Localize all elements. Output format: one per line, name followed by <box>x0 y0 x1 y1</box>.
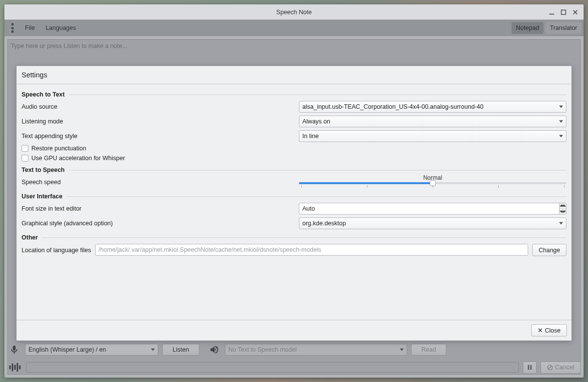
graphical-style-label: Graphical style (advanced option) <box>22 220 299 227</box>
svg-rect-0 <box>549 14 554 15</box>
section-stt: Speech to Text <box>22 91 65 98</box>
change-button[interactable]: Change <box>532 244 566 256</box>
lang-files-path: /home/jack/.var/app/net.mkiol.SpeechNote… <box>98 246 321 253</box>
minimize-icon[interactable] <box>548 9 555 16</box>
chevron-down-icon <box>559 120 563 123</box>
append-style-select[interactable]: In line <box>299 130 566 142</box>
audio-source-label: Audio source <box>22 103 299 110</box>
restore-punctuation-label: Restore punctuation <box>31 145 86 152</box>
chevron-down-icon <box>559 222 563 225</box>
close-x-icon: ✕ <box>538 327 543 334</box>
append-style-label: Text appending style <box>22 133 299 140</box>
gpu-whisper-checkbox[interactable] <box>22 155 28 162</box>
section-other: Other <box>22 234 38 241</box>
window-title: Speech Note <box>276 9 312 16</box>
restore-punctuation-checkbox[interactable] <box>22 145 28 152</box>
stepper-down-icon[interactable] <box>560 209 566 215</box>
svg-rect-1 <box>562 10 566 14</box>
maximize-icon[interactable] <box>560 9 567 16</box>
section-ui: User Interface <box>22 193 62 200</box>
font-size-label: Font size in text editor <box>22 205 299 212</box>
font-size-stepper[interactable]: Auto <box>299 203 566 215</box>
section-tts: Text to Speech <box>22 167 65 173</box>
close-icon[interactable] <box>572 9 579 16</box>
speech-speed-slider[interactable]: Normal <box>299 176 566 188</box>
speech-speed-label: Speech speed <box>22 179 299 186</box>
gpu-whisper-label: Use GPU acceleration for Whisper <box>31 155 125 162</box>
lang-files-label: Location of language files <box>22 247 95 254</box>
titlebar: Speech Note <box>4 4 584 20</box>
stepper-up-icon[interactable] <box>560 203 566 209</box>
chevron-down-icon <box>559 106 563 108</box>
app-window: Speech Note File Languages Notepad Trans… <box>4 4 584 378</box>
listening-mode-select[interactable]: Always on <box>299 116 566 127</box>
close-button[interactable]: ✕ Close <box>531 324 567 336</box>
graphical-style-select[interactable]: org.kde.desktop <box>299 217 566 229</box>
settings-title: Settings <box>17 66 571 84</box>
settings-dialog: Settings Speech to Text Audio source als… <box>16 66 572 341</box>
audio-source-select[interactable]: alsa_input.usb-TEAC_Corporation_US-4x4-0… <box>299 101 566 113</box>
chevron-down-icon <box>559 135 563 138</box>
listening-mode-label: Listening mode <box>22 118 299 125</box>
